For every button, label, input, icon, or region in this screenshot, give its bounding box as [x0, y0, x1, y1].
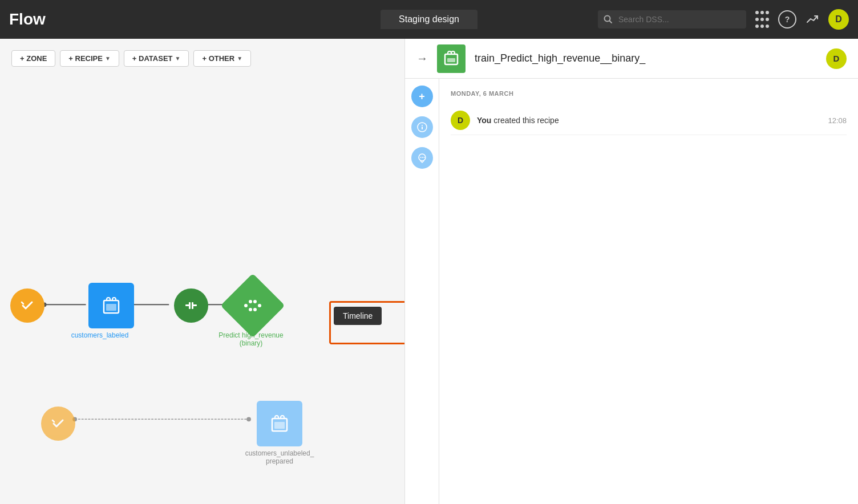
node-customers-unlabeled[interactable]: [257, 401, 302, 446]
help-icon[interactable]: ?: [778, 10, 796, 29]
navbar: Flow Staging design ? D: [0, 0, 858, 39]
svg-rect-33: [422, 125, 423, 126]
navbar-right: ? D: [598, 9, 849, 30]
panel-chat-button[interactable]: [411, 147, 433, 169]
svg-point-18: [249, 300, 252, 303]
svg-point-19: [249, 308, 252, 311]
label-customers-labeled: customers_labeled: [66, 331, 134, 339]
svg-rect-15: [189, 302, 191, 309]
timeline-section: MONDAY, 6 MARCH D You created this recip…: [439, 79, 858, 135]
svg-point-35: [420, 157, 421, 158]
svg-point-20: [253, 300, 257, 303]
svg-point-17: [244, 304, 248, 307]
node-predict-diamond[interactable]: [220, 273, 285, 338]
label-customers-unlabeled: customers_unlabeled_prepared: [234, 449, 325, 465]
apps-icon[interactable]: [753, 10, 771, 29]
toolbar: + ZONE + RECIPE ▼ + DATASET ▼ + OTHER ▼: [11, 50, 251, 67]
node-orange-circle-2[interactable]: [41, 407, 75, 441]
node-customers-labeled[interactable]: [88, 283, 134, 328]
timeline-entry: D You created this recipe 12:08: [451, 106, 847, 135]
panel-body: +: [405, 79, 858, 504]
timeline-entry-text: You created this recipe: [477, 116, 821, 125]
panel-content: MONDAY, 6 MARCH D You created this recip…: [439, 79, 858, 504]
svg-point-36: [422, 157, 423, 158]
timeline-entry-avatar: D: [451, 111, 470, 130]
right-panel: → train_Predict_high_revenue__binary_ D …: [404, 39, 858, 504]
node-orange-circle[interactable]: [10, 288, 44, 323]
svg-rect-32: [422, 127, 423, 129]
timeline-entry-time: 12:08: [828, 116, 847, 125]
svg-point-10: [246, 417, 251, 421]
user-avatar[interactable]: D: [828, 9, 849, 30]
search-wrapper: [598, 10, 746, 29]
svg-rect-24: [274, 422, 285, 429]
panel-arrow: →: [416, 52, 428, 65]
panel-add-button[interactable]: +: [411, 86, 433, 107]
svg-point-37: [423, 157, 424, 158]
add-recipe-button[interactable]: + RECIPE ▼: [60, 50, 119, 67]
panel-header-icon: [437, 44, 466, 73]
timeline-entry-bold: You: [477, 116, 491, 125]
svg-point-21: [253, 308, 257, 311]
timeline-entry-rest: created this recipe: [493, 116, 558, 125]
navbar-center: Staging design: [381, 10, 477, 29]
search-input[interactable]: [598, 10, 746, 29]
flow-canvas: + ZONE + RECIPE ▼ + DATASET ▼ + OTHER ▼: [0, 39, 404, 504]
timeline-tooltip: Timeline: [334, 307, 382, 325]
svg-rect-12: [106, 304, 116, 311]
add-other-button[interactable]: + OTHER ▼: [193, 50, 251, 67]
timeline-date: MONDAY, 6 MARCH: [451, 90, 847, 97]
add-dataset-button[interactable]: + DATASET ▼: [124, 50, 189, 67]
svg-rect-30: [447, 58, 455, 62]
panel-sidebar: +: [405, 79, 439, 504]
label-predict: Predict high_revenue(binary): [211, 331, 291, 347]
recipe-caret: ▼: [105, 55, 111, 62]
other-caret: ▼: [237, 55, 242, 62]
main-layout: + ZONE + RECIPE ▼ + DATASET ▼ + OTHER ▼: [0, 39, 858, 504]
dataset-caret: ▼: [175, 55, 181, 62]
panel-header: → train_Predict_high_revenue__binary_ D: [405, 39, 858, 79]
app-title: Flow: [9, 10, 46, 29]
panel-info-button[interactable]: [411, 116, 433, 138]
panel-title: train_Predict_high_revenue__binary_: [475, 52, 817, 64]
add-zone-button[interactable]: + ZONE: [11, 50, 55, 67]
panel-user-avatar[interactable]: D: [826, 48, 847, 69]
node-green-circle[interactable]: [174, 288, 208, 323]
svg-point-22: [258, 304, 261, 307]
svg-rect-16: [192, 302, 193, 309]
staging-tab[interactable]: Staging design: [381, 10, 477, 29]
trend-icon[interactable]: [803, 10, 821, 29]
